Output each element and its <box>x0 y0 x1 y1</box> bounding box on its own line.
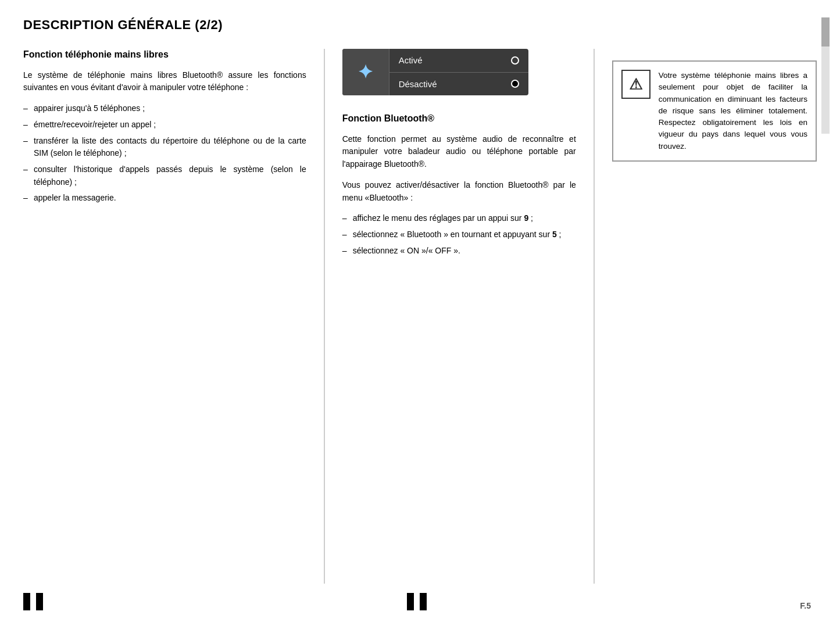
footer-marks-left <box>23 593 43 610</box>
bluetooth-options: Activé Désactivé <box>389 49 528 95</box>
bt-option-active-label: Activé <box>399 55 423 65</box>
column-middle: ✦ Activé Désactivé Fonction Bluetooth® C… <box>325 49 595 584</box>
columns: Fonction téléphonie mains libres Le syst… <box>23 49 817 584</box>
bt-option-inactive: Désactivé <box>389 73 528 96</box>
bluetooth-symbol-icon: ✦ <box>358 61 373 83</box>
section-heading-bluetooth: Fonction Bluetooth® <box>342 113 576 125</box>
bluetooth-para2: Vous pouvez activer/désactiver la foncti… <box>342 179 576 204</box>
footer-mark-3 <box>407 593 414 610</box>
scrollbar-track[interactable] <box>821 17 830 134</box>
bullet-item-3: transférer la liste des contacts du répe… <box>23 135 306 160</box>
bt-option-inactive-radio <box>511 80 519 88</box>
footer-mark-1 <box>23 593 30 610</box>
footer-marks-right <box>407 593 427 610</box>
telephonie-intro: Le système de téléphonie mains libres Bl… <box>23 69 306 94</box>
bt-option-active: Activé <box>389 49 528 73</box>
bt-bullet-3: sélectionnez « ON »/« OFF ». <box>342 245 576 258</box>
bt-option-inactive-label: Désactivé <box>399 79 437 89</box>
page-title: DESCRIPTION GÉNÉRALE (2/2) <box>23 17 817 33</box>
bullet-item-1: appairer jusqu'à 5 téléphones ; <box>23 102 306 115</box>
bt-bullet-1: affichez le menu des réglages par un app… <box>342 212 576 225</box>
column-left: Fonction téléphonie mains libres Le syst… <box>23 49 325 584</box>
warning-triangle-icon: ⚠ <box>621 70 650 99</box>
warning-box: ⚠ Votre système téléphonie mains libres … <box>612 60 817 162</box>
footer-mark-4 <box>420 593 427 610</box>
bullet-item-5: appeler la messagerie. <box>23 192 306 205</box>
bullet-item-4: consulter l'historique d'appels passés d… <box>23 163 306 188</box>
bluetooth-icon-area: ✦ <box>342 49 389 95</box>
bullet-item-2: émettre/recevoir/rejeter un appel ; <box>23 119 306 131</box>
bluetooth-bullet-list: affichez le menu des réglages par un app… <box>342 212 576 257</box>
page-container: DESCRIPTION GÉNÉRALE (2/2) Fonction télé… <box>0 0 840 622</box>
bt-bullet-2: sélectionnez « Bluetooth » en tournant e… <box>342 228 576 241</box>
bold-9: 9 <box>524 213 528 223</box>
footer-mark-2 <box>36 593 43 610</box>
column-right: ⚠ Votre système téléphonie mains libres … <box>595 49 817 584</box>
page-number: F.5 <box>800 601 811 610</box>
bluetooth-para1: Cette fonction permet au système audio d… <box>342 133 576 171</box>
scrollbar-thumb[interactable] <box>821 17 830 47</box>
warning-text: Votre système téléphonie mains libres a … <box>659 70 807 152</box>
telephonie-bullet-list: appairer jusqu'à 5 téléphones ; émettre/… <box>23 102 306 205</box>
bluetooth-menu-ui: ✦ Activé Désactivé <box>342 49 528 95</box>
section-heading-telephonie: Fonction téléphonie mains libres <box>23 49 306 61</box>
bold-5: 5 <box>552 230 557 239</box>
bt-option-active-radio <box>511 56 519 65</box>
